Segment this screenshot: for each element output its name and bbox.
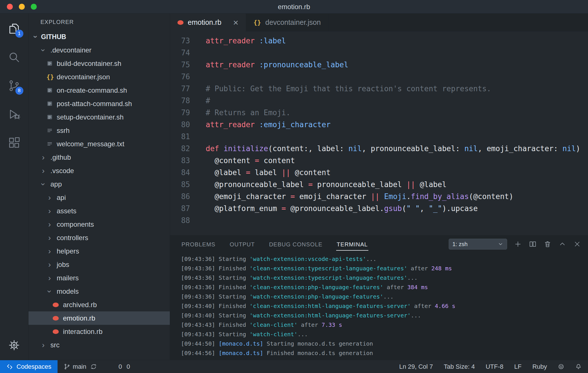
tree-item-jobs[interactable]: ›jobs xyxy=(28,258,170,271)
run-debug-icon[interactable] xyxy=(7,107,21,121)
terminal-shell-select[interactable]: 1: zsh xyxy=(449,239,507,250)
zoom-window-button[interactable] xyxy=(31,4,37,10)
tree-item-label: app xyxy=(50,180,62,188)
new-terminal-icon[interactable] xyxy=(514,240,522,248)
chevron-right-icon: › xyxy=(40,167,46,175)
activity-bar: 1 8 xyxy=(0,14,28,360)
tree-item-devcontainer-json[interactable]: {}devcontainer.json xyxy=(28,70,170,84)
extensions-icon[interactable] xyxy=(7,136,21,149)
tree-item-models[interactable]: ›models xyxy=(28,285,170,298)
language-mode[interactable]: Ruby xyxy=(532,363,547,370)
shell-file-icon xyxy=(46,87,53,94)
encoding[interactable]: UTF-8 xyxy=(486,363,503,370)
tree-item-icon-slot: › xyxy=(46,260,56,269)
tree-item-label: post-attach-command.sh xyxy=(57,100,132,108)
close-window-button[interactable] xyxy=(7,4,13,10)
terminal-output[interactable]: [09:43:36] Starting 'watch-extension:vsc… xyxy=(170,253,588,360)
tree-item-assets[interactable]: ›assets xyxy=(28,204,170,218)
tab-terminal[interactable]: TERMINAL xyxy=(336,238,368,251)
workspace-root-label: GITHUB xyxy=(41,33,66,41)
branch-indicator[interactable]: main xyxy=(64,363,86,370)
tree-item--github[interactable]: ›.github xyxy=(28,151,170,164)
tree-item-api[interactable]: ›api xyxy=(28,191,170,204)
chevron-right-icon: › xyxy=(46,247,53,256)
tree-item-icon-slot xyxy=(46,127,56,134)
sync-icon xyxy=(90,363,97,370)
search-icon[interactable] xyxy=(7,50,21,64)
tree-item-src[interactable]: ›src xyxy=(28,338,170,352)
kill-terminal-icon[interactable] xyxy=(544,240,552,248)
line-number: 86 xyxy=(170,190,190,202)
tree-item-icon-slot xyxy=(46,141,56,147)
ruby-file-icon xyxy=(53,303,59,307)
tree-item-icon-slot xyxy=(46,87,56,94)
tab-emotion-rb[interactable]: emotion.rb × xyxy=(170,14,246,31)
code-line: 85 @pronounceable_label = pronounceable_… xyxy=(170,179,588,190)
minimize-window-button[interactable] xyxy=(19,4,25,10)
explorer-sidebar: EXPLORER › GITHUB ›.devcontainerbuild-de… xyxy=(28,14,170,360)
bottom-panel: PROBLEMS OUTPUT DEBUG CONSOLE TERMINAL 1… xyxy=(170,235,588,360)
tree-item-on-create-command-sh[interactable]: on-create-command.sh xyxy=(28,84,170,97)
ruby-file-icon xyxy=(53,316,59,321)
code-line-text: attr_reader :pronounceable_label xyxy=(190,59,348,71)
tree-item-controllers[interactable]: ›controllers xyxy=(28,231,170,244)
vscode-window: emotion.rb 1 8 xyxy=(0,0,588,373)
tab-debug-console[interactable]: DEBUG CONSOLE xyxy=(268,238,323,251)
tree-item-icon-slot xyxy=(53,303,62,307)
tree-item-icon-slot: › xyxy=(46,274,56,282)
tree-item-ssrh[interactable]: ssrh xyxy=(28,124,170,137)
codespaces-button[interactable]: Codespaces xyxy=(0,360,58,373)
code-line: 76 xyxy=(170,71,588,83)
cursor-position[interactable]: Ln 29, Col 7 xyxy=(399,363,433,370)
tree-item-post-attach-command-sh[interactable]: post-attach-command.sh xyxy=(28,97,170,110)
eol-sequence[interactable]: LF xyxy=(514,363,522,370)
tree-item-components[interactable]: ›components xyxy=(28,218,170,231)
source-control-icon[interactable]: 8 xyxy=(7,79,21,92)
status-bar: Codespaces main 0 0 Ln 29, Col 7 Tab Siz… xyxy=(0,360,588,373)
line-number: 81 xyxy=(170,131,190,143)
line-number: 82 xyxy=(170,143,190,155)
problems-indicator[interactable]: 0 0 xyxy=(117,363,130,370)
code-line: 78# xyxy=(170,95,588,107)
notifications-bell-icon[interactable] xyxy=(575,363,582,370)
indentation[interactable]: Tab Size: 4 xyxy=(444,363,475,370)
tree-item--devcontainer[interactable]: ›.devcontainer xyxy=(28,43,170,57)
code-line: 80attr_reader :emoji_character xyxy=(170,119,588,131)
ruby-file-icon xyxy=(53,329,59,334)
tree-item-app[interactable]: ›app xyxy=(28,177,170,191)
split-terminal-icon[interactable] xyxy=(529,240,537,248)
code-line-text: attr_reader :emoji_character xyxy=(190,119,330,131)
code-line: 83 @content = content xyxy=(170,155,588,167)
close-panel-icon[interactable] xyxy=(573,240,581,248)
tab-output[interactable]: OUTPUT xyxy=(229,238,255,251)
tab-problems[interactable]: PROBLEMS xyxy=(181,238,216,251)
code-editor[interactable]: 73attr_reader :label7475attr_reader :pro… xyxy=(170,31,588,235)
tree-item-helpers[interactable]: ›helpers xyxy=(28,244,170,258)
tree-item-build-devcontainer-sh[interactable]: build-devcontainer.sh xyxy=(28,57,170,70)
tree-item--vscode[interactable]: ›.vscode xyxy=(28,164,170,177)
settings-gear-icon[interactable] xyxy=(7,338,21,352)
tree-item-label: setup-devcontainer.sh xyxy=(57,113,124,121)
explorer-icon[interactable]: 1 xyxy=(7,22,21,35)
maximize-panel-icon[interactable] xyxy=(558,240,566,248)
tree-item-mailers[interactable]: ›mailers xyxy=(28,271,170,285)
tree-item-interaction-rb[interactable]: interaction.rb xyxy=(28,325,170,338)
line-number: 78 xyxy=(170,95,190,107)
workspace-root-row[interactable]: › GITHUB xyxy=(28,30,170,43)
chevron-down-icon: › xyxy=(45,288,54,295)
tree-item-setup-devcontainer-sh[interactable]: setup-devcontainer.sh xyxy=(28,110,170,124)
tab-label: emotion.rb xyxy=(188,18,221,27)
chevron-down-icon: › xyxy=(39,181,48,187)
tree-item-archived-rb[interactable]: archived.rb xyxy=(28,298,170,311)
line-number: 80 xyxy=(170,119,190,131)
remote-indicator-icon xyxy=(6,363,13,370)
tab-devcontainer-json[interactable]: {} devcontainer.json xyxy=(246,14,328,31)
line-number: 84 xyxy=(170,167,190,179)
code-line: 88 xyxy=(170,214,588,226)
tree-item-emotion-rb[interactable]: emotion.rb xyxy=(28,311,170,325)
sync-changes-button[interactable] xyxy=(90,363,97,370)
close-tab-icon[interactable]: × xyxy=(233,18,238,27)
tree-item-welcome-message-txt[interactable]: welcome_message.txt xyxy=(28,137,170,151)
code-line-text: @platform_enum = @pronounceable_label.gs… xyxy=(190,202,478,214)
feedback-smiley-icon[interactable] xyxy=(558,363,564,370)
